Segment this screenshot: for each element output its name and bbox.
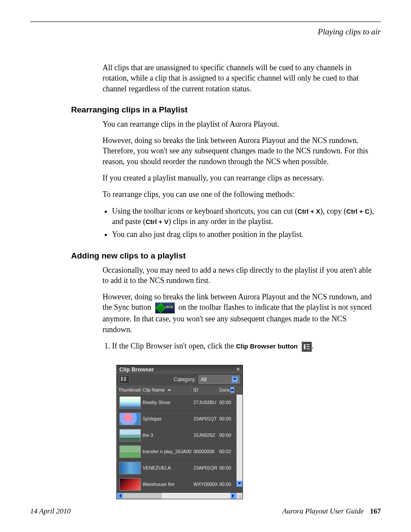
clip-duration-cell: 00:00 <box>218 399 235 406</box>
category-value: All <box>201 376 206 383</box>
footer-date: 14 April 2010 <box>30 507 71 516</box>
close-icon[interactable]: ✕ <box>236 367 240 372</box>
col-duration[interactable]: Dura <box>218 386 235 395</box>
clip-id-cell: 23AP01QR <box>192 464 218 471</box>
col-id[interactable]: ID <box>192 386 218 395</box>
sec1-p1: You can rearrange clips in the playlist … <box>103 119 377 129</box>
thumbnail <box>119 429 141 442</box>
clip-name-cell: Reality Show <box>141 399 192 406</box>
horizontal-scrollbar[interactable] <box>117 493 243 499</box>
rearrange-methods-list: Using the toolbar icons or keyboard shor… <box>103 206 377 240</box>
sync-button-icon: NCS <box>155 302 175 314</box>
clip-id-cell: 15JN026Z <box>192 432 218 439</box>
view-mode-icon[interactable] <box>119 375 130 384</box>
shortcut-copy: Ctrl + C <box>346 208 370 215</box>
footer-guide-title: Aurora Playout User Guide <box>283 507 364 515</box>
sec2-p1: Occasionally, you may need to add a news… <box>103 265 377 286</box>
thumbnail <box>119 445 141 458</box>
clip-duration-cell: 00:00 <box>218 481 235 488</box>
table-row[interactable]: Warehouse fireWXY0000X00:00 <box>117 476 243 493</box>
vertical-scrollbar[interactable] <box>237 395 243 487</box>
step-1: If the Clip Browser isn't open, click th… <box>112 341 377 352</box>
intro-paragraph: All clips that are unassigned to specifi… <box>103 62 377 94</box>
sec2-p2: However, doing so breaks the link betwee… <box>103 292 377 335</box>
text: Using the toolbar icons or keyboard shor… <box>112 207 297 215</box>
clip-name-cell: Warehouse fire <box>141 481 192 488</box>
column-headers: Thumbnail Clip Name ID Dura <box>117 386 243 395</box>
clip-name-cell: SpVegas <box>141 415 192 422</box>
text: ), copy ( <box>320 207 346 215</box>
chevron-down-icon <box>232 376 238 383</box>
text: If the Clip Browser isn't open, click th… <box>112 342 236 350</box>
heading-adding: Adding new clips to a playlist <box>71 251 381 261</box>
clip-id-cell: 00000008 <box>192 448 218 455</box>
scroll-left-icon[interactable] <box>117 493 123 499</box>
clip-name-cell: transfer n play_26JA00VN <box>141 448 192 455</box>
resize-grip-icon[interactable] <box>237 493 243 499</box>
clip-id-cell: WXY0000X <box>192 481 218 488</box>
thumbnail <box>119 413 141 425</box>
sec1-p4: To rearrange clips, you can use one of t… <box>103 189 377 199</box>
shortcut-cut: Ctrl + X <box>297 208 320 215</box>
thumbnail <box>119 478 141 491</box>
heading-rearranging: Rearranging clips in a Playlist <box>71 105 381 115</box>
table-row[interactable]: VENEZUELA23AP01QR00:00 <box>117 460 243 476</box>
scroll-thumb[interactable] <box>123 493 162 499</box>
sec1-p3: If you created a playlist manually, you … <box>103 173 377 183</box>
page-number: 167 <box>370 507 381 515</box>
table-row[interactable]: the 315JN026Z00:00 <box>117 427 243 444</box>
clip-browser-button-icon <box>302 342 312 352</box>
table-row[interactable]: SpVegas23AP01QT00:00 <box>117 411 243 427</box>
thumbnail <box>119 462 141 474</box>
scroll-up-icon[interactable] <box>230 387 234 393</box>
list-item: You can also just drag clips to another … <box>112 229 377 240</box>
sync-icon-label: NCS <box>166 305 173 310</box>
thumbnail <box>119 396 141 409</box>
sec1-p2: However, doing so breaks the link betwee… <box>103 135 377 167</box>
col-thumbnail[interactable]: Thumbnail <box>117 386 141 395</box>
category-dropdown[interactable]: All <box>199 375 240 384</box>
col-clip-name[interactable]: Clip Name <box>141 386 192 395</box>
scroll-down-icon[interactable] <box>237 481 243 487</box>
table-row[interactable]: transfer n play_26JA00VN0000000800:02 <box>117 444 243 460</box>
sort-asc-icon <box>168 387 171 391</box>
clip-duration-cell: 00:00 <box>218 415 235 422</box>
clip-name-cell: VENEZUELA <box>141 464 192 471</box>
scroll-right-icon[interactable] <box>230 493 237 499</box>
clip-browser-window: Clip Browser ✕ Category: All Thumbnail C… <box>116 365 243 499</box>
clip-duration-cell: 00:00 <box>218 432 235 439</box>
running-header: Playing clips to air <box>30 27 381 37</box>
clip-name-cell: the 3 <box>141 432 192 439</box>
list-item: Using the toolbar icons or keyboard shor… <box>112 206 377 227</box>
clip-duration-cell: 00:02 <box>218 448 235 455</box>
clip-browser-button-label: Clip Browser button <box>236 342 298 350</box>
text: . <box>312 342 314 350</box>
clip-browser-title: Clip Browser <box>119 366 154 373</box>
category-label: Category: <box>174 376 196 383</box>
clip-id-cell: 23AP01QT <box>192 415 218 422</box>
shortcut-paste: Ctrl + V <box>146 218 168 225</box>
text: ) clips in any order in the playlist. <box>168 217 273 226</box>
table-row[interactable]: Reality Show27JU03BU00:00 <box>117 395 243 411</box>
clip-duration-cell: 00:00 <box>218 464 235 471</box>
clip-id-cell: 27JU03BU <box>192 399 218 406</box>
